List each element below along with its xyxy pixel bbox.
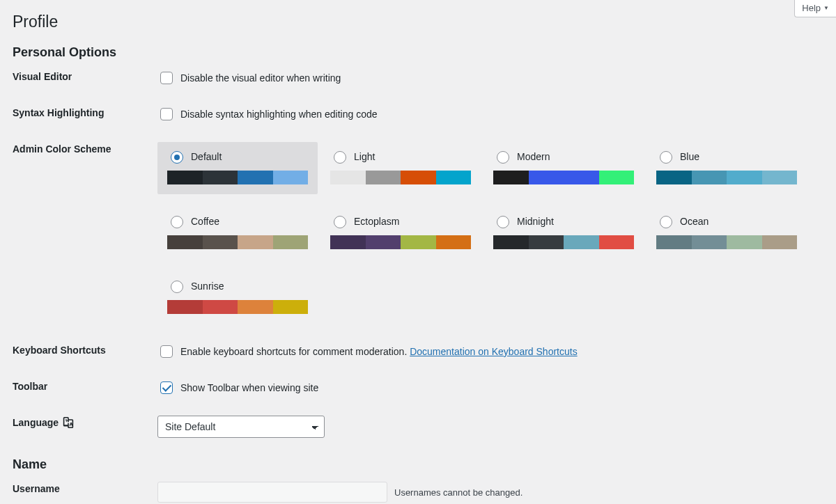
color-scheme-radio[interactable] xyxy=(171,151,183,164)
swatch xyxy=(273,171,309,184)
swatch xyxy=(656,171,692,184)
color-scheme-swatches xyxy=(656,235,797,249)
visual-editor-checkbox-line[interactable]: Disable the visual editor when writing xyxy=(157,70,822,86)
syntax-checkbox[interactable] xyxy=(160,108,173,120)
swatch xyxy=(273,235,309,249)
help-tab-label: Help xyxy=(802,3,821,13)
color-scheme-option[interactable]: Modern xyxy=(483,142,644,194)
username-note: Usernames cannot be changed. xyxy=(394,487,522,498)
color-scheme-head[interactable]: Midnight xyxy=(493,214,634,228)
color-scheme-swatches xyxy=(167,300,308,314)
toolbar-checkbox-label: Show Toolbar when viewing site xyxy=(180,382,318,393)
language-select[interactable]: Site Default xyxy=(157,416,325,438)
toolbar-checkbox[interactable] xyxy=(160,381,173,394)
color-scheme-name: Ocean xyxy=(680,216,709,227)
color-schemes-grid: DefaultLightModernBlueCoffeeEctoplasmMid… xyxy=(157,142,822,324)
swatch xyxy=(238,171,273,184)
visual-editor-label: Visual Editor xyxy=(13,70,157,82)
color-scheme-head[interactable]: Sunrise xyxy=(167,278,308,293)
color-scheme-head[interactable]: Blue xyxy=(656,149,797,164)
section-name: Name xyxy=(13,457,822,472)
color-scheme-option[interactable]: Ocean xyxy=(647,207,807,259)
color-scheme-swatches xyxy=(330,235,471,249)
color-scheme-head[interactable]: Ocean xyxy=(656,214,797,228)
visual-editor-checkbox[interactable] xyxy=(160,72,173,84)
swatch xyxy=(167,235,203,249)
keyboard-checkbox-line[interactable]: Enable keyboard shortcuts for comment mo… xyxy=(157,343,822,360)
username-label: Username xyxy=(13,482,157,494)
swatch xyxy=(762,235,798,249)
swatch xyxy=(493,235,529,249)
color-scheme-radio[interactable] xyxy=(497,216,509,228)
color-scheme-radio[interactable] xyxy=(171,216,183,228)
swatch xyxy=(366,171,401,184)
color-scheme-swatches xyxy=(167,171,308,184)
color-scheme-option[interactable]: Default xyxy=(157,142,318,194)
color-scheme-option[interactable]: Coffee xyxy=(157,207,318,259)
swatch xyxy=(692,235,727,249)
color-scheme-swatches xyxy=(493,171,634,184)
color-scheme-name: Sunrise xyxy=(191,281,224,292)
language-label: Language xyxy=(13,416,157,428)
color-scheme-option[interactable]: Midnight xyxy=(483,207,644,259)
toolbar-label: Toolbar xyxy=(13,379,157,392)
color-scheme-head[interactable]: Default xyxy=(167,149,308,164)
color-scheme-label: Admin Color Scheme xyxy=(13,142,157,155)
swatch xyxy=(529,235,564,249)
swatch xyxy=(493,171,529,184)
color-scheme-radio[interactable] xyxy=(660,216,672,228)
color-scheme-swatches xyxy=(330,171,471,184)
color-scheme-head[interactable]: Light xyxy=(330,149,471,164)
color-scheme-option[interactable]: Blue xyxy=(647,142,807,194)
swatch xyxy=(238,235,273,249)
color-scheme-radio[interactable] xyxy=(334,151,346,164)
color-scheme-name: Ectoplasm xyxy=(354,216,399,227)
color-scheme-name: Midnight xyxy=(517,216,554,227)
swatch xyxy=(273,300,309,314)
swatch xyxy=(330,171,366,184)
swatch xyxy=(564,235,599,249)
swatch xyxy=(436,171,472,184)
color-scheme-head[interactable]: Coffee xyxy=(167,214,308,228)
color-scheme-name: Blue xyxy=(680,151,699,162)
syntax-checkbox-label: Disable syntax highlighting when editing… xyxy=(180,109,378,120)
color-scheme-swatches xyxy=(167,235,308,249)
color-scheme-radio[interactable] xyxy=(171,281,183,293)
color-scheme-swatches xyxy=(493,235,634,249)
color-scheme-option[interactable]: Ectoplasm xyxy=(320,207,481,259)
color-scheme-radio[interactable] xyxy=(660,151,672,164)
swatch xyxy=(203,235,238,249)
keyboard-doc-link[interactable]: Documentation on Keyboard Shortcuts xyxy=(410,346,577,357)
color-scheme-radio[interactable] xyxy=(334,216,346,228)
swatch xyxy=(727,235,762,249)
keyboard-checkbox[interactable] xyxy=(160,345,173,358)
syntax-checkbox-line[interactable]: Disable syntax highlighting when editing… xyxy=(157,106,822,123)
swatch xyxy=(203,300,238,314)
swatch xyxy=(203,171,238,184)
toolbar-checkbox-line[interactable]: Show Toolbar when viewing site xyxy=(157,379,822,396)
help-tab[interactable]: Help ▼ xyxy=(794,0,836,17)
swatch xyxy=(529,171,564,184)
syntax-label: Syntax Highlighting xyxy=(13,106,157,118)
swatch xyxy=(401,171,436,184)
color-scheme-option[interactable]: Light xyxy=(320,142,481,194)
color-scheme-head[interactable]: Ectoplasm xyxy=(330,214,471,228)
swatch xyxy=(167,300,203,314)
color-scheme-radio[interactable] xyxy=(497,151,509,164)
color-scheme-option[interactable]: Sunrise xyxy=(157,271,318,324)
swatch xyxy=(167,171,203,184)
swatch xyxy=(330,235,366,249)
color-scheme-swatches xyxy=(656,171,797,184)
swatch xyxy=(366,235,401,249)
section-personal-options: Personal Options xyxy=(13,45,822,60)
swatch xyxy=(401,235,436,249)
username-input xyxy=(157,482,387,503)
swatch xyxy=(564,171,599,184)
page-title: Profile xyxy=(13,13,822,31)
swatch xyxy=(762,171,798,184)
chevron-down-icon: ▼ xyxy=(823,6,829,11)
color-scheme-head[interactable]: Modern xyxy=(493,149,634,164)
color-scheme-name: Default xyxy=(191,151,222,162)
swatch xyxy=(727,171,762,184)
color-scheme-name: Modern xyxy=(517,151,550,162)
